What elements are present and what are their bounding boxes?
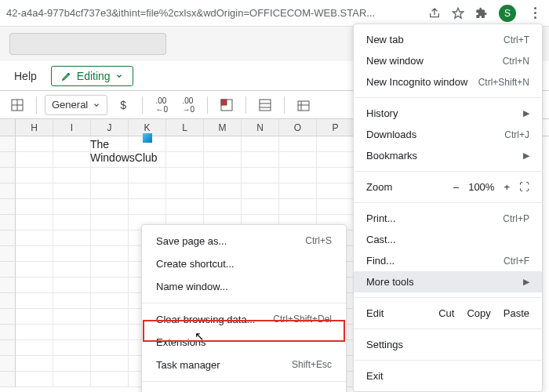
increase-decimal-button[interactable]: .00→0 (177, 94, 199, 116)
menu-cast[interactable]: Cast... (354, 229, 542, 250)
menu-new-window[interactable]: New windowCtrl+N (354, 50, 542, 71)
chevron-down-icon (93, 101, 100, 109)
col-header[interactable]: O (279, 119, 317, 136)
more-tools-submenu: Save page as...Ctrl+S Create shortcut...… (141, 224, 347, 392)
profile-avatar[interactable]: S (499, 5, 516, 22)
edit-cut[interactable]: Cut (438, 307, 454, 319)
cell-format-button[interactable] (216, 94, 238, 116)
menu-new-tab[interactable]: New tabCtrl+T (354, 29, 542, 50)
menu-separator (142, 381, 346, 382)
chevron-right-icon: ▶ (523, 151, 529, 161)
submenu-task-manager[interactable]: Task managerShift+Esc (142, 354, 346, 376)
chevron-down-icon (115, 72, 123, 80)
browser-address-bar: 42-a4a4-977b4cf737e3&ithint=file%2cxlsx&… (0, 0, 549, 27)
svg-rect-4 (298, 101, 309, 111)
chrome-menu-button[interactable] (527, 7, 543, 19)
menu-zoom: Zoom – 100% + ⛶ (354, 176, 542, 198)
separator (207, 96, 208, 114)
submenu-clear-data[interactable]: Clear browsing data...Ctrl+Shift+Del (142, 308, 346, 331)
col-header[interactable]: H (16, 119, 53, 136)
separator (36, 96, 37, 114)
col-header[interactable]: I (53, 119, 91, 136)
document-title-input[interactable] (9, 33, 166, 55)
menu-separator (354, 202, 542, 203)
menu-separator (354, 171, 542, 172)
separator (284, 96, 285, 114)
menu-edit-row: Edit Cut Copy Paste (354, 303, 542, 324)
number-format-select[interactable]: General (45, 95, 107, 115)
star-icon[interactable] (452, 7, 464, 20)
col-header[interactable]: L (166, 119, 204, 136)
menu-find[interactable]: Find...Ctrl+F (354, 250, 542, 271)
cell-styles-button[interactable] (254, 94, 276, 116)
share-icon[interactable] (428, 7, 441, 20)
col-header[interactable]: J (91, 119, 129, 136)
menu-more-tools[interactable]: More tools▶ (354, 271, 542, 292)
menu-separator (142, 303, 346, 303)
edit-copy[interactable]: Copy (467, 307, 490, 319)
zoom-in-button[interactable]: + (504, 181, 510, 193)
submenu-name-window[interactable]: Name window... (142, 275, 346, 298)
decrease-decimal-button[interactable]: .00←0 (151, 94, 173, 116)
editing-mode-button[interactable]: Editing (51, 66, 133, 86)
menu-bookmarks[interactable]: Bookmarks▶ (354, 145, 542, 166)
menu-exit[interactable]: Exit (354, 365, 542, 387)
menu-separator (354, 328, 542, 329)
edit-paste[interactable]: Paste (504, 307, 529, 319)
submenu-extensions[interactable]: Extensions (142, 331, 346, 354)
menu-history[interactable]: History▶ (354, 103, 542, 124)
menu-print[interactable]: Print...Ctrl+P (354, 208, 542, 229)
svg-rect-2 (221, 100, 227, 105)
menu-new-incognito[interactable]: New Incognito windowCtrl+Shift+N (354, 71, 542, 93)
browser-actions: S (428, 5, 543, 22)
logo-text: The WindowsClub (90, 138, 158, 165)
mouse-cursor-icon: ↖ (195, 329, 205, 343)
insert-button[interactable] (293, 94, 314, 116)
menu-separator (354, 297, 542, 298)
menu-downloads[interactable]: DownloadsCtrl+J (354, 124, 542, 145)
submenu-save-page[interactable]: Save page as...Ctrl+S (142, 230, 346, 252)
chrome-main-menu: New tabCtrl+T New windowCtrl+N New Incog… (353, 24, 543, 392)
col-header[interactable]: N (242, 119, 279, 136)
submenu-create-shortcut[interactable]: Create shortcut... (142, 252, 346, 275)
border-button[interactable] (6, 94, 28, 116)
help-menu[interactable]: Help (6, 67, 45, 85)
submenu-developer-tools[interactable]: Developer toolsCtrl+Shift+I (142, 387, 346, 392)
fullscreen-icon[interactable]: ⛶ (519, 181, 529, 193)
col-header[interactable]: M (204, 119, 242, 136)
chevron-right-icon: ▶ (523, 277, 529, 287)
separator (245, 96, 246, 114)
chevron-right-icon: ▶ (523, 108, 529, 118)
menu-settings[interactable]: Settings (354, 334, 542, 355)
separator (142, 96, 143, 114)
extensions-puzzle-icon[interactable] (475, 7, 488, 20)
currency-button[interactable]: $ (112, 94, 134, 116)
menu-separator (354, 360, 542, 361)
pencil-icon (61, 71, 72, 82)
col-header[interactable]: P (317, 119, 354, 136)
menu-separator (354, 97, 542, 98)
zoom-out-button[interactable]: – (453, 181, 459, 193)
url-text: 42-a4a4-977b4cf737e3&ithint=file%2cxlsx&… (6, 7, 375, 19)
zoom-value: 100% (468, 181, 494, 193)
svg-rect-3 (260, 100, 271, 111)
